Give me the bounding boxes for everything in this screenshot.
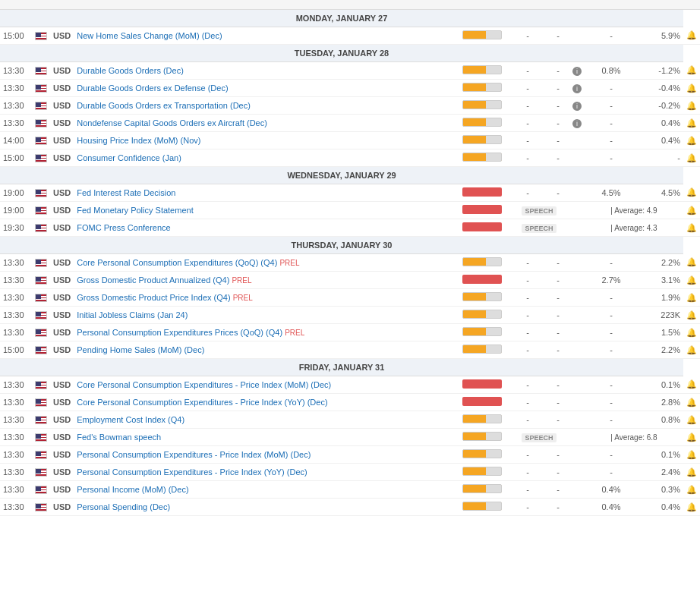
event-name[interactable]: Core Personal Consumption Expenditures (… <box>74 254 456 272</box>
bell-icon[interactable]: 🔔 <box>686 502 697 511</box>
average-text: | Average: 4.9 <box>610 206 657 215</box>
event-impact <box>456 307 509 324</box>
event-name[interactable]: New Home Sales Change (MoM) (Dec) <box>74 27 456 45</box>
event-name[interactable]: Initial Jobless Claims (Jan 24) <box>74 307 456 324</box>
event-actual: - <box>509 272 547 289</box>
event-name[interactable]: Personal Spending (Dec) <box>74 499 456 516</box>
event-consensus: - <box>585 149 638 167</box>
event-consensus: - <box>585 341 638 359</box>
event-name[interactable]: Durable Goods Orders ex Defense (Dec) <box>74 80 456 97</box>
bell-icon[interactable]: 🔔 <box>686 136 697 145</box>
event-name[interactable]: Personal Income (MoM) (Dec) <box>74 481 456 499</box>
event-time: 13:30 <box>0 80 32 97</box>
bell-icon[interactable]: 🔔 <box>686 206 697 215</box>
event-flag <box>32 289 50 307</box>
event-name[interactable]: Fed's Bowman speech <box>74 429 456 446</box>
bell-cell: 🔔 <box>683 132 700 149</box>
event-name[interactable]: Personal Consumption Expenditures Prices… <box>74 324 456 341</box>
bell-icon[interactable]: 🔔 <box>686 83 697 93</box>
bell-cell: 🔔 <box>683 184 700 202</box>
impact-bar-red <box>462 397 502 406</box>
event-name[interactable]: Durable Goods Orders (Dec) <box>74 62 456 80</box>
event-actual: - <box>509 132 547 149</box>
event-previous: 5.9% <box>638 27 683 45</box>
info-icon[interactable]: i <box>572 102 582 111</box>
info-icon[interactable]: i <box>572 67 582 76</box>
event-impact <box>456 446 509 464</box>
bell-icon[interactable]: 🔔 <box>686 275 697 285</box>
table-row: 15:00USDPending Home Sales (MoM) (Dec)--… <box>0 341 700 359</box>
dev-info-cell: i <box>569 97 585 115</box>
bell-cell: 🔔 <box>683 429 700 446</box>
event-currency: USD <box>50 307 74 324</box>
event-name[interactable]: Fed Monetary Policy Statement <box>74 202 456 219</box>
event-name[interactable]: Core Personal Consumption Expenditures -… <box>74 376 456 394</box>
bell-icon[interactable]: 🔔 <box>686 450 697 459</box>
event-flag <box>32 202 50 219</box>
event-name[interactable]: Housing Price Index (MoM) (Nov) <box>74 132 456 149</box>
bell-icon[interactable]: 🔔 <box>686 30 697 39</box>
event-actual: - <box>509 254 547 272</box>
table-row: 13:30USDPersonal Consumption Expenditure… <box>0 446 700 464</box>
event-name[interactable]: Gross Domestic Product Price Index (Q4) … <box>74 289 456 307</box>
bell-icon[interactable]: 🔔 <box>686 223 697 232</box>
impact-bar-red <box>462 222 502 231</box>
prel-label: PREL <box>279 259 299 267</box>
bell-icon[interactable]: 🔔 <box>686 415 697 424</box>
event-dev: - <box>547 411 569 429</box>
event-time: 15:00 <box>0 149 32 167</box>
event-flag <box>32 27 50 45</box>
impact-bar-orange <box>462 257 502 266</box>
bell-icon[interactable]: 🔔 <box>686 153 697 162</box>
table-row: 13:30USDPersonal Consumption Expenditure… <box>0 464 700 481</box>
bell-icon[interactable]: 🔔 <box>686 398 697 407</box>
event-dev: - <box>547 97 569 115</box>
bell-icon[interactable]: 🔔 <box>686 101 697 110</box>
event-name[interactable]: Core Personal Consumption Expenditures -… <box>74 394 456 411</box>
bell-icon[interactable]: 🔔 <box>686 65 697 74</box>
bell-icon[interactable]: 🔔 <box>686 467 697 477</box>
bell-icon[interactable]: 🔔 <box>686 328 697 337</box>
event-impact <box>456 97 509 115</box>
info-icon[interactable]: i <box>572 119 582 128</box>
event-flag <box>32 132 50 149</box>
event-time: 13:30 <box>0 289 32 307</box>
event-name[interactable]: Durable Goods Orders ex Transportation (… <box>74 97 456 115</box>
table-row: 13:30USDPersonal Consumption Expenditure… <box>0 324 700 341</box>
event-name[interactable]: FOMC Press Conference <box>74 219 456 237</box>
us-flag-icon <box>35 206 47 215</box>
event-name[interactable]: Fed Interest Rate Decision <box>74 184 456 202</box>
bell-icon[interactable]: 🔔 <box>686 310 697 319</box>
event-name[interactable]: Pending Home Sales (MoM) (Dec) <box>74 341 456 359</box>
dev-info-cell <box>569 429 585 446</box>
event-name[interactable]: Personal Consumption Expenditures - Pric… <box>74 464 456 481</box>
impact-bar-orange <box>462 345 502 354</box>
event-consensus: - <box>585 307 638 324</box>
event-name[interactable]: Employment Cost Index (Q4) <box>74 411 456 429</box>
dev-info-cell <box>569 341 585 359</box>
impact-bar-orange <box>462 414 502 423</box>
bell-icon[interactable]: 🔔 <box>686 433 697 442</box>
event-currency: USD <box>50 464 74 481</box>
bell-icon[interactable]: 🔔 <box>686 257 697 266</box>
event-name[interactable]: Personal Consumption Expenditures - Pric… <box>74 446 456 464</box>
bell-icon[interactable]: 🔔 <box>686 485 697 494</box>
event-name[interactable]: Consumer Confidence (Jan) <box>74 149 456 167</box>
bell-cell: 🔔 <box>683 341 700 359</box>
event-impact <box>456 411 509 429</box>
bell-icon[interactable]: 🔔 <box>686 118 697 127</box>
us-flag-icon <box>35 276 47 285</box>
info-icon[interactable]: i <box>572 84 582 93</box>
event-name[interactable]: Gross Domestic Product Annualized (Q4) P… <box>74 272 456 289</box>
dev-info-cell <box>569 394 585 411</box>
us-flag-icon <box>35 346 47 354</box>
bell-icon[interactable]: 🔔 <box>686 345 697 354</box>
event-actual: - <box>509 499 547 516</box>
bell-icon[interactable]: 🔔 <box>686 379 697 389</box>
event-name[interactable]: Nondefense Capital Goods Orders ex Aircr… <box>74 115 456 132</box>
event-consensus: 0.4% <box>585 499 638 516</box>
event-dev: - <box>547 27 569 45</box>
bell-icon[interactable]: 🔔 <box>686 187 697 197</box>
dev-info-cell <box>569 149 585 167</box>
bell-icon[interactable]: 🔔 <box>686 293 697 302</box>
